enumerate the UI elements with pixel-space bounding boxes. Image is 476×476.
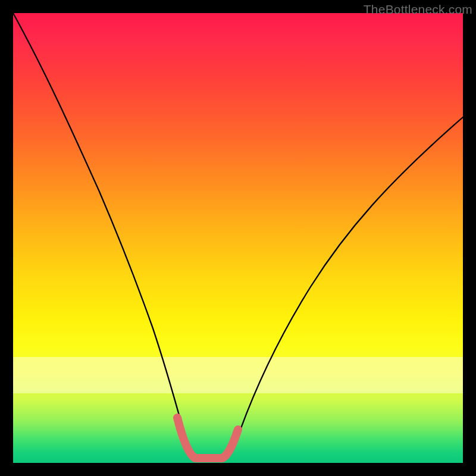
bottleneck-curve <box>13 13 463 458</box>
watermark-text: TheBottleneck.com <box>364 2 472 17</box>
optimal-flat-marker <box>177 418 238 458</box>
chart-frame <box>13 13 463 463</box>
plot-svg <box>13 13 463 463</box>
